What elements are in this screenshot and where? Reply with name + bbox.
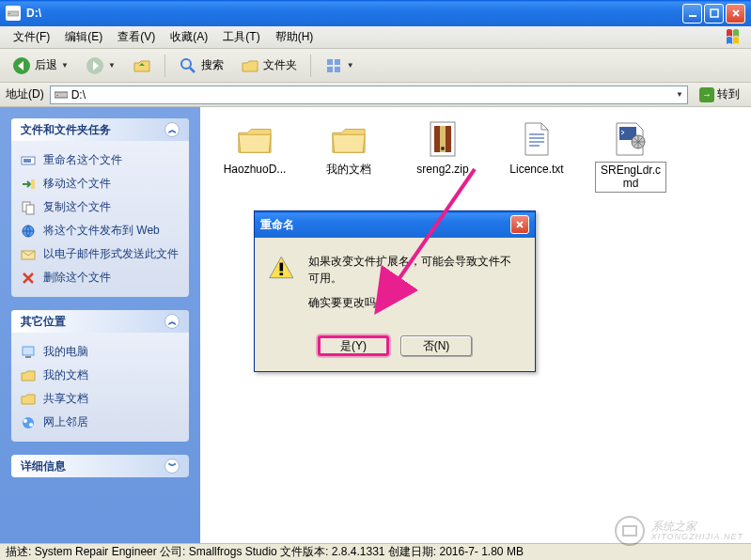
dialog-close-button[interactable] (510, 215, 529, 234)
folder-icon (330, 120, 368, 158)
drive-icon (55, 89, 68, 101)
forward-button[interactable]: ▼ (79, 52, 122, 80)
status-bar: 描述: System Repair Engineer 公司: Smallfrog… (0, 543, 751, 560)
back-button[interactable]: 后退 ▼ (6, 52, 75, 80)
no-button[interactable]: 否(N) (400, 335, 472, 356)
maximize-button[interactable] (704, 4, 724, 23)
file-item[interactable]: sreng2.zip (407, 120, 478, 177)
menu-tools[interactable]: 工具(T) (215, 26, 267, 48)
drive-icon (6, 6, 21, 21)
folder-icon (236, 120, 274, 158)
file-label: 我的文档 (324, 162, 373, 177)
toolbar-separator (164, 54, 165, 77)
svg-rect-15 (31, 179, 35, 189)
close-button[interactable] (726, 4, 745, 23)
warning-icon (268, 253, 295, 283)
places-panel-header[interactable]: 其它位置 ︽ (11, 310, 189, 333)
window-titlebar: D:\ (0, 0, 751, 26)
dialog-message: 如果改变文件扩展名，可能会导致文件不可用。 确实要更改吗？ (308, 253, 520, 319)
search-icon (179, 56, 197, 75)
task-publish[interactable]: 将这个文件发布到 Web (21, 219, 180, 242)
expand-icon[interactable]: ︾ (164, 459, 180, 474)
views-button[interactable]: ▼ (318, 52, 361, 80)
svg-point-23 (23, 419, 27, 423)
file-label: sreng2.zip (415, 162, 470, 177)
place-network[interactable]: 网上邻居 (21, 411, 180, 434)
menu-help[interactable]: 帮助(H) (268, 26, 321, 48)
task-label: 重命名这个文件 (43, 152, 122, 168)
svg-rect-17 (26, 205, 34, 214)
dialog-line2: 确实要更改吗？ (308, 294, 520, 311)
back-icon (12, 56, 31, 75)
details-panel-header[interactable]: 详细信息 ︾ (11, 455, 189, 477)
yes-button[interactable]: 是(Y) (318, 335, 389, 356)
places-panel: 其它位置 ︽ 我的电脑 我的文档 共享文档 网上邻居 (11, 310, 189, 442)
address-input[interactable] (71, 88, 672, 101)
dialog-titlebar[interactable]: 重命名 (255, 211, 535, 238)
folder-icon (21, 392, 36, 407)
details-panel: 详细信息 ︾ (11, 455, 189, 477)
folders-button[interactable]: 文件夹 (234, 52, 304, 80)
windows-flag-icon (725, 28, 747, 47)
svg-rect-31 (280, 263, 284, 272)
email-icon (21, 247, 36, 262)
place-label: 我的电脑 (43, 344, 88, 360)
search-button[interactable]: 搜索 (172, 52, 230, 80)
file-label: SREngLdr.cmd (595, 162, 666, 193)
text-icon (518, 120, 555, 158)
address-bar: 地址(D) ▼ → 转到 (0, 83, 751, 107)
tasks-title: 文件和文件夹任务 (21, 122, 111, 138)
task-delete[interactable]: 删除这个文件 (21, 266, 180, 289)
file-item-selected[interactable]: SREngLdr.cmd (595, 120, 666, 193)
svg-rect-1 (8, 13, 10, 14)
dialog-title: 重命名 (260, 217, 294, 233)
minimize-button[interactable] (682, 4, 702, 23)
menu-favorites[interactable]: 收藏(A) (163, 26, 215, 48)
place-mydocs[interactable]: 我的文档 (21, 364, 180, 387)
menu-file[interactable]: 文件(F) (6, 26, 57, 48)
tasks-panel-header[interactable]: 文件和文件夹任务 ︽ (11, 118, 189, 141)
back-dropdown-icon: ▼ (61, 61, 69, 70)
svg-rect-7 (327, 59, 333, 65)
task-move[interactable]: 移动这个文件 (21, 172, 180, 195)
file-item[interactable]: Licence.txt (501, 120, 572, 177)
collapse-icon[interactable]: ︽ (164, 122, 180, 137)
svg-rect-21 (25, 356, 31, 358)
folder-up-icon (133, 56, 151, 75)
place-mycomputer[interactable]: 我的电脑 (21, 340, 180, 364)
task-rename[interactable]: 重命名这个文件 (21, 148, 180, 172)
zip-icon (424, 120, 462, 158)
address-input-wrap[interactable]: ▼ (50, 86, 688, 104)
folders-icon (241, 56, 259, 75)
svg-rect-2 (689, 15, 696, 17)
toolbar-separator (310, 54, 311, 77)
file-item[interactable]: HaozhuoD... (219, 120, 290, 177)
window-title: D:\ (26, 7, 682, 20)
menu-view[interactable]: 查看(V) (110, 26, 163, 48)
collapse-icon[interactable]: ︽ (164, 314, 180, 329)
file-label: Licence.txt (508, 162, 565, 177)
fwd-dropdown-icon: ▼ (108, 61, 116, 70)
svg-rect-32 (280, 272, 284, 275)
file-item[interactable]: 我的文档 (313, 120, 384, 177)
place-shared[interactable]: 共享文档 (21, 387, 180, 411)
go-label: 转到 (717, 86, 740, 102)
back-label: 后退 (35, 57, 57, 73)
go-button[interactable]: → 转到 (694, 85, 745, 104)
svg-rect-12 (56, 95, 58, 96)
copy-icon (21, 200, 36, 215)
menu-edit[interactable]: 编辑(E) (57, 26, 110, 48)
task-copy[interactable]: 复制这个文件 (21, 195, 180, 219)
address-dropdown-icon[interactable]: ▼ (676, 90, 683, 99)
toolbar: 后退 ▼ ▼ 搜索 文件夹 ▼ (0, 49, 751, 83)
task-email[interactable]: 以电子邮件形式发送此文件 (21, 242, 180, 266)
dialog-line1: 如果改变文件扩展名，可能会导致文件不可用。 (308, 253, 520, 287)
svg-rect-14 (23, 159, 31, 163)
up-button[interactable] (126, 52, 158, 80)
details-title: 详细信息 (21, 459, 66, 474)
svg-point-28 (441, 147, 445, 150)
address-label: 地址(D) (6, 86, 44, 102)
svg-rect-10 (335, 67, 340, 72)
task-label: 删除这个文件 (43, 270, 111, 286)
rename-confirm-dialog: 重命名 如果改变文件扩展名，可能会导致文件不可用。 确实要更改吗？ 是(Y) 否… (254, 210, 536, 372)
